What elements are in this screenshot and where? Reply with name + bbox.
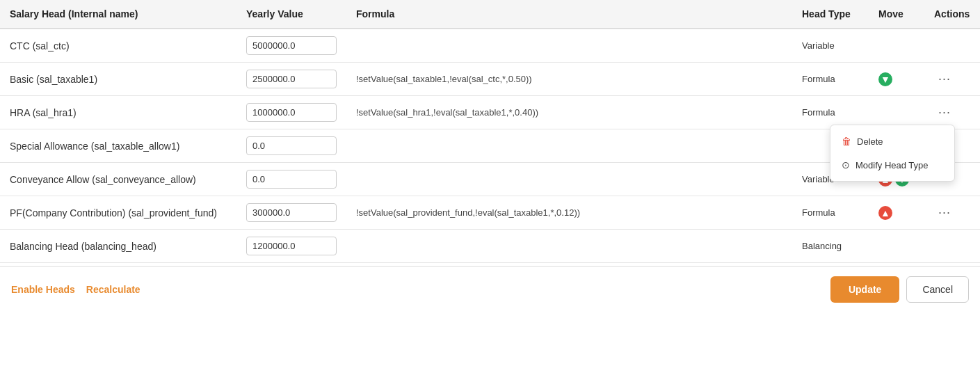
update-button[interactable]: Update [830, 276, 899, 303]
move-balancing [869, 230, 924, 263]
yearly-input-conveyance[interactable] [246, 170, 337, 189]
table-row: CTC (sal_ctc) Variable [0, 29, 980, 63]
table-row: Balancing Head (balancing_head) Balancin… [0, 230, 980, 263]
footer-left: Enable Heads Recalculate [11, 284, 140, 295]
formula-basic: !setValue(sal_taxable1,!eval(sal_ctc,*,0… [346, 63, 792, 96]
yearly-value-conveyance[interactable] [236, 163, 346, 196]
headtype-ctc: Variable [792, 29, 869, 63]
actions-hra[interactable]: ··· 🗑 Delete ⊙ Modify Head Type [924, 96, 980, 129]
col-header-actions: Actions [924, 0, 980, 29]
cancel-button[interactable]: Cancel [906, 276, 969, 303]
move-pf[interactable]: ▲ [869, 196, 924, 230]
yearly-value-ctc[interactable] [236, 29, 346, 63]
salary-head-ctc: CTC (sal_ctc) [0, 29, 236, 63]
col-header-salary: Salary Head (Internal name) [0, 0, 236, 29]
col-header-headtype: Head Type [792, 0, 869, 29]
salary-head-pf: PF(Company Contribution) (sal_provident_… [0, 196, 236, 230]
yearly-value-hra[interactable] [236, 96, 346, 129]
recalculate-link[interactable]: Recalculate [86, 284, 140, 295]
dropdown-modify-head-type[interactable]: ⊙ Modify Head Type [830, 153, 954, 177]
col-header-yearly: Yearly Value [236, 0, 346, 29]
headtype-balancing: Balancing [792, 230, 869, 263]
actions-menu-pf[interactable]: ··· [934, 204, 955, 221]
actions-basic[interactable]: ··· [924, 63, 980, 96]
yearly-input-hra[interactable] [246, 103, 337, 122]
salary-head-conveyance: Conveyance Allow (sal_conveyance_allow) [0, 163, 236, 196]
yearly-value-basic[interactable] [236, 63, 346, 96]
actions-menu-basic[interactable]: ··· [934, 70, 955, 87]
yearly-value-pf[interactable] [236, 196, 346, 230]
formula-special [346, 129, 792, 163]
delete-label: Delete [857, 136, 883, 147]
yearly-value-special[interactable] [236, 129, 346, 163]
trash-icon: 🗑 [842, 136, 851, 147]
yearly-input-basic[interactable] [246, 70, 337, 88]
move-basic[interactable]: ▼ [869, 63, 924, 96]
move-ctc [869, 29, 924, 63]
yearly-input-special[interactable] [246, 136, 337, 155]
salary-head-special: Special Allowance (sal_taxable_allow1) [0, 129, 236, 163]
headtype-basic: Formula [792, 63, 869, 96]
yearly-value-balancing[interactable] [236, 230, 346, 263]
formula-balancing [346, 230, 792, 263]
actions-pf[interactable]: ··· [924, 196, 980, 230]
actions-dropdown: 🗑 Delete ⊙ Modify Head Type [830, 125, 955, 182]
formula-ctc [346, 29, 792, 63]
enable-heads-link[interactable]: Enable Heads [11, 284, 75, 295]
yearly-input-pf[interactable] [246, 203, 337, 222]
modify-head-type-label: Modify Head Type [856, 160, 929, 170]
salary-head-balancing: Balancing Head (balancing_head) [0, 230, 236, 263]
dropdown-delete[interactable]: 🗑 Delete [830, 129, 954, 153]
modify-icon: ⊙ [842, 159, 850, 170]
yearly-input-ctc[interactable] [246, 36, 337, 55]
move-up-pf[interactable]: ▲ [878, 206, 892, 220]
salary-head-basic: Basic (sal_taxable1) [0, 63, 236, 96]
actions-ctc [924, 29, 980, 63]
table-row: Basic (sal_taxable1) !setValue(sal_taxab… [0, 63, 980, 96]
actions-balancing [924, 230, 980, 263]
salary-head-hra: HRA (sal_hra1) [0, 96, 236, 129]
col-header-move: Move [869, 0, 924, 29]
headtype-pf: Formula [792, 196, 869, 230]
table-row: HRA (sal_hra1) !setValue(sal_hra1,!eval(… [0, 96, 980, 129]
formula-hra: !setValue(sal_hra1,!eval(sal_taxable1,*,… [346, 96, 792, 129]
formula-pf: !setValue(sal_provident_fund,!eval(sal_t… [346, 196, 792, 230]
move-down-basic[interactable]: ▼ [878, 72, 892, 86]
yearly-input-balancing[interactable] [246, 237, 337, 255]
footer-right: Update Cancel [830, 276, 969, 303]
col-header-formula: Formula [346, 0, 792, 29]
table-row: PF(Company Contribution) (sal_provident_… [0, 196, 980, 230]
footer: Enable Heads Recalculate Update Cancel [0, 266, 980, 312]
formula-conveyance [346, 163, 792, 196]
actions-menu-hra[interactable]: ··· [934, 104, 955, 120]
